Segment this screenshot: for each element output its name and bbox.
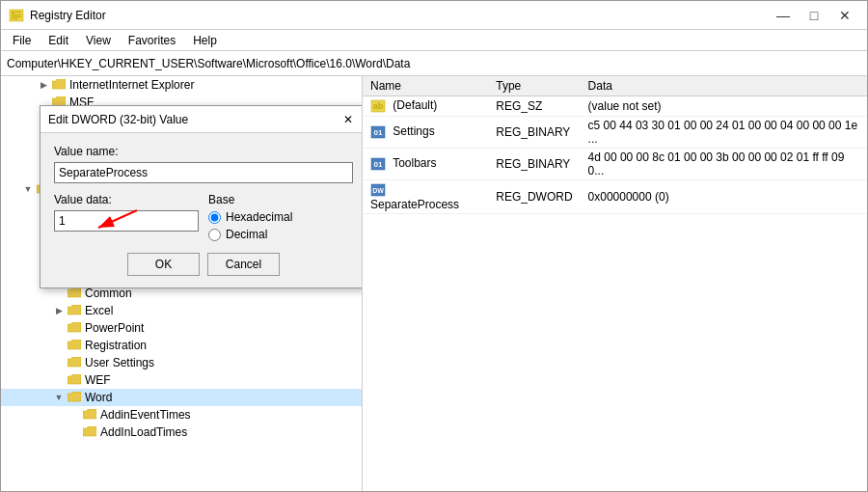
dialog-title-text: Edit DWORD (32-bit) Value <box>48 113 188 126</box>
menu-file[interactable]: File <box>5 32 39 49</box>
svg-rect-3 <box>12 14 21 15</box>
registry-editor-window: Registry Editor — □ ✕ File Edit View Fav… <box>0 0 868 492</box>
tree-item-word[interactable]: ▼ Word <box>1 389 362 406</box>
menu-help[interactable]: Help <box>185 32 225 49</box>
tree-item-wef[interactable]: WEF <box>1 371 362 389</box>
decimal-option[interactable]: Decimal <box>208 228 353 241</box>
binary-icon: 01 <box>370 156 386 172</box>
window-controls: — □ ✕ <box>769 6 859 25</box>
row-data: 4d 00 00 00 8c 01 00 00 3b 00 00 00 02 0… <box>581 149 867 180</box>
folder-icon <box>67 372 82 388</box>
row-type: REG_BINARY <box>488 149 580 180</box>
dialog-data-row: Value data: Base Hexadecimal <box>54 193 353 241</box>
base-label: Base <box>208 193 353 206</box>
hexadecimal-radio[interactable] <box>208 211 221 224</box>
table-row[interactable]: 01 Settings REG_BINARY c5 00 44 03 30 01… <box>363 117 867 149</box>
tree-label: User Settings <box>85 356 154 369</box>
row-data: 0x00000000 (0) <box>581 180 867 214</box>
expand-icon: ▶ <box>51 303 67 318</box>
main-content: ▶ InternetInternet Explorer MSF <box>1 76 867 491</box>
table-row[interactable]: DW SeparateProcess REG_DWORD 0x00000000 … <box>363 180 867 214</box>
radio-group: Hexadecimal Decimal <box>208 210 353 241</box>
row-name-text: Toolbars <box>393 156 436 170</box>
col-name: Name <box>363 76 488 96</box>
svg-rect-2 <box>15 12 21 13</box>
row-name-text: (Default) <box>393 98 437 112</box>
svg-text:ab: ab <box>373 101 384 111</box>
title-bar: Registry Editor — □ ✕ <box>1 1 867 30</box>
svg-rect-1 <box>12 12 14 14</box>
tree-item-user-settings[interactable]: User Settings <box>1 354 362 371</box>
tree-label: AddInLoadTimes <box>100 425 187 439</box>
col-data: Data <box>581 76 867 96</box>
dialog-close-button[interactable]: ✕ <box>338 111 359 128</box>
folder-icon <box>67 390 82 405</box>
value-name-input[interactable] <box>54 162 353 183</box>
tree-item-excel[interactable]: ▶ Excel <box>1 302 362 319</box>
maximize-button[interactable]: □ <box>800 6 828 25</box>
svg-rect-5 <box>12 18 17 19</box>
tree-label: Registration <box>85 339 147 352</box>
minimize-button[interactable]: — <box>769 6 798 25</box>
value-name-label: Value name: <box>54 145 353 158</box>
folder-icon <box>51 77 67 93</box>
tree-label: InternetInternet Explorer <box>69 78 194 92</box>
ok-button[interactable]: OK <box>127 253 200 276</box>
table-row[interactable]: 01 Toolbars REG_BINARY 4d 00 00 00 8c 01… <box>363 149 867 180</box>
row-name: ab (Default) <box>363 96 488 117</box>
dialog-body: Value name: Value data: Base <box>41 133 363 287</box>
address-bar: Computer\HKEY_CURRENT_USER\Software\Micr… <box>1 51 867 76</box>
binary-icon: 01 <box>370 124 386 140</box>
expand-spacer <box>67 424 82 440</box>
folder-icon <box>67 320 82 336</box>
row-type: REG_BINARY <box>488 117 580 149</box>
row-type: REG_SZ <box>488 96 580 117</box>
expand-spacer <box>51 338 67 353</box>
dialog-buttons: OK Cancel <box>54 253 353 276</box>
row-name: DW SeparateProcess <box>363 180 488 214</box>
tree-item-registration[interactable]: Registration <box>1 337 362 354</box>
menu-view[interactable]: View <box>78 32 119 49</box>
tree-panel[interactable]: ▶ InternetInternet Explorer MSF <box>1 76 363 491</box>
expand-icon: ▶ <box>36 77 51 93</box>
tree-item-addin-event[interactable]: AddinEventTimes <box>1 406 362 424</box>
hexadecimal-option[interactable]: Hexadecimal <box>208 210 353 224</box>
row-name: 01 Settings <box>363 117 488 149</box>
svg-text:01: 01 <box>374 160 383 169</box>
cancel-button[interactable]: Cancel <box>207 253 280 276</box>
value-data-label: Value data: <box>54 193 199 206</box>
registry-table: Name Type Data ab <box>363 76 867 214</box>
decimal-radio[interactable] <box>208 229 221 241</box>
tree-label: PowerPoint <box>85 321 144 335</box>
folder-icon <box>67 355 82 370</box>
value-data-input[interactable] <box>54 210 199 232</box>
svg-text:DW: DW <box>372 187 384 194</box>
tree-item-powerpoint[interactable]: PowerPoint <box>1 319 362 337</box>
tree-label: Word <box>85 391 112 404</box>
hexadecimal-label: Hexadecimal <box>226 210 292 224</box>
menu-edit[interactable]: Edit <box>41 32 76 49</box>
menu-bar: File Edit View Favorites Help <box>1 30 867 51</box>
expand-icon: ▼ <box>51 390 67 405</box>
row-data: (value not set) <box>581 96 867 117</box>
row-type: REG_DWORD <box>488 180 580 214</box>
row-name-text: Settings <box>393 124 434 138</box>
decimal-label: Decimal <box>226 228 267 241</box>
value-data-section: Value data: <box>54 193 199 241</box>
table-row[interactable]: ab (Default) REG_SZ (value not set) <box>363 96 867 117</box>
tree-item-addin-load[interactable]: AddInLoadTimes <box>1 424 362 441</box>
tree-item-internet-explorer[interactable]: ▶ InternetInternet Explorer <box>1 76 362 94</box>
row-name-text: SeparateProcess <box>370 198 459 211</box>
close-button[interactable]: ✕ <box>830 6 859 25</box>
expand-spacer <box>51 320 67 336</box>
base-section: Base Hexadecimal Decimal <box>208 193 353 241</box>
dword-icon: DW <box>370 182 386 198</box>
row-data: c5 00 44 03 30 01 00 00 24 01 00 00 04 0… <box>581 117 867 149</box>
expand-spacer <box>51 372 67 388</box>
tree-label: Excel <box>85 304 113 317</box>
folder-icon <box>82 424 97 440</box>
tree-label: AddinEventTimes <box>100 408 191 422</box>
menu-favorites[interactable]: Favorites <box>121 32 183 49</box>
row-name: 01 Toolbars <box>363 149 488 180</box>
col-type: Type <box>488 76 580 96</box>
